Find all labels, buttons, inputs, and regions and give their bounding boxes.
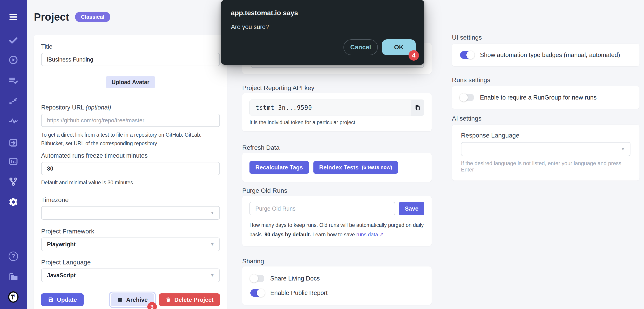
sign-in-icon[interactable]: [8, 138, 18, 148]
purge-help: How many days to keep runs. Old runs wil…: [250, 220, 424, 239]
runs-data-link[interactable]: runs data ↗: [356, 232, 384, 237]
activity-icon[interactable]: [8, 116, 18, 126]
api-key-label: Project Reporting API key: [242, 84, 432, 91]
freeze-timeout-help: Default and minimal value is 30 minutes: [41, 178, 220, 187]
title-input[interactable]: [41, 53, 220, 66]
ui-settings-card: Show automation type badges (manual, aut…: [452, 44, 640, 66]
freeze-timeout-input[interactable]: [41, 162, 220, 175]
rungroup-required-label: Enable to require a RunGroup for new run…: [480, 94, 596, 101]
page-title: Project: [34, 11, 69, 23]
purge-old-runs-label: Purge Old Runs: [242, 187, 432, 194]
sharing-card: Share Living Docs Enable Public Report: [242, 266, 432, 305]
help-icon[interactable]: ?: [8, 251, 18, 261]
share-living-docs-toggle[interactable]: [250, 275, 264, 282]
language-select[interactable]: JavaScript ▼: [41, 268, 220, 282]
ui-settings-label: UI settings: [452, 34, 640, 41]
api-key-value: tstmt_3n...9590: [250, 100, 411, 116]
rungroup-required-toggle[interactable]: [460, 94, 474, 101]
trash-icon: [166, 297, 171, 303]
steps-icon[interactable]: [8, 96, 18, 106]
language-label: Project Language: [41, 259, 220, 266]
response-language-label: Response Language: [461, 132, 630, 139]
framework-select[interactable]: Playwright ▼: [41, 237, 220, 251]
chevron-down-icon: ▼: [210, 242, 214, 247]
chevron-down-icon: ▼: [621, 147, 625, 152]
repository-url-input[interactable]: [41, 114, 220, 127]
delete-project-button[interactable]: Delete Project: [159, 293, 220, 306]
archive-button[interactable]: Archive 3: [111, 293, 154, 306]
response-language-select[interactable]: ▼: [461, 142, 630, 156]
chevron-down-icon: ▼: [210, 210, 214, 215]
settings-column: UI settings Show automation type badges …: [452, 34, 640, 180]
reindex-tests-button[interactable]: Reindex Tests (6 tests now): [314, 161, 398, 174]
bar-chart-icon[interactable]: [8, 156, 18, 166]
timezone-select[interactable]: ▼: [41, 206, 220, 220]
testomat-logo[interactable]: [8, 292, 18, 302]
automation-badges-label: Show automation type badges (manual, aut…: [480, 52, 620, 59]
runs-settings-label: Runs settings: [452, 77, 640, 84]
browser-confirm-dialog: app.testomat.io says Are you sure? Cance…: [221, 0, 424, 65]
folder-icon[interactable]: [8, 271, 18, 282]
framework-label: Project Framework: [41, 228, 220, 235]
automation-badges-toggle[interactable]: [460, 51, 474, 59]
external-link-icon: ↗: [380, 232, 384, 237]
refresh-data-label: Refresh Data: [242, 144, 432, 151]
timezone-label: Timezone: [41, 196, 220, 203]
refresh-data-card: Recalculate Tags Reindex Tests (6 tests …: [242, 153, 432, 182]
enable-public-report-toggle[interactable]: [250, 289, 264, 297]
copy-icon[interactable]: [411, 100, 424, 116]
save-button[interactable]: Save: [399, 202, 424, 215]
upload-avatar-button[interactable]: Upload Avatar: [106, 76, 156, 88]
check-icon[interactable]: [8, 35, 18, 46]
dialog-source: app.testomat.io says: [231, 9, 414, 17]
project-settings-column: Project Classical Title Upload Avatar Re…: [34, 9, 227, 309]
list-check-icon[interactable]: [8, 75, 18, 86]
play-circle-icon[interactable]: [8, 55, 18, 65]
repository-url-label: Repository URL (optional): [41, 104, 220, 111]
archive-icon: [117, 297, 123, 303]
api-key-card: tstmt_3n...9590 It is the individual tok…: [242, 93, 432, 131]
ok-count-badge: 4: [408, 50, 419, 61]
sidebar: ?: [0, 0, 27, 309]
project-form-card: Title Upload Avatar Repository URL (opti…: [34, 35, 227, 309]
gear-icon[interactable]: [8, 197, 18, 207]
response-language-help: If the desired language is not listed, e…: [461, 160, 630, 173]
recalculate-tags-button[interactable]: Recalculate Tags: [250, 161, 309, 174]
update-button[interactable]: Update: [41, 293, 84, 306]
repository-url-help: To get a direct link from a test to file…: [41, 131, 220, 148]
git-branch-icon[interactable]: [8, 176, 18, 187]
enable-public-report-label: Enable Public Report: [270, 289, 328, 296]
ai-settings-label: AI settings: [452, 115, 640, 122]
share-living-docs-label: Share Living Docs: [270, 275, 320, 282]
reindex-count: (6 tests now): [362, 164, 392, 170]
save-icon: [48, 297, 54, 303]
ai-settings-card: Response Language ▼ If the desired langu…: [452, 125, 640, 180]
sharing-label: Sharing: [242, 258, 432, 265]
archive-count-badge: 3: [147, 302, 157, 309]
menu-icon[interactable]: [8, 12, 18, 22]
freeze-timeout-label: Automated runs freeze timeout minutes: [41, 152, 220, 159]
purge-old-runs-card: Save How many days to keep runs. Old run…: [242, 196, 432, 246]
cancel-button[interactable]: Cancel: [344, 39, 378, 55]
title-label: Title: [41, 43, 220, 50]
api-key-help: It is the individual token for a particu…: [250, 119, 424, 126]
classical-badge: Classical: [75, 12, 110, 22]
purge-days-input[interactable]: [250, 202, 395, 215]
runs-settings-card: Enable to require a RunGroup for new run…: [452, 86, 640, 109]
chevron-down-icon: ▼: [210, 273, 214, 278]
dialog-message: Are you sure?: [231, 24, 414, 31]
